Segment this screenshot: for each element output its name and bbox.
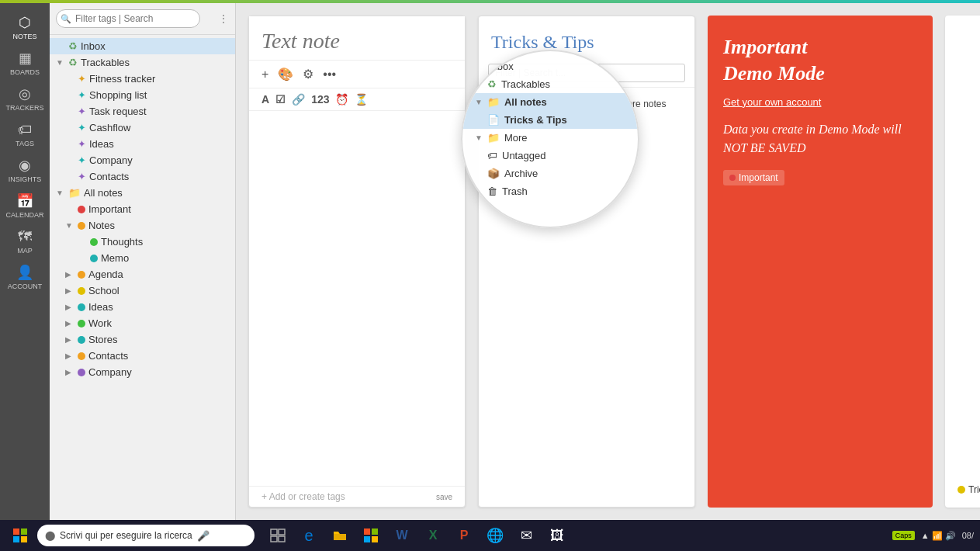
settings-button[interactable]: ⚙ — [303, 67, 313, 81]
number-button[interactable]: 123 — [311, 93, 329, 106]
tree-item-ideas-trackable[interactable]: ✦ Ideas — [50, 136, 235, 152]
tree-item-contacts[interactable]: ▶ Contacts — [50, 348, 235, 364]
sidebar-item-notes[interactable]: ⬡ NOTES — [0, 9, 50, 45]
color-button[interactable]: 🎨 — [278, 67, 293, 81]
text-format-button[interactable]: A — [261, 93, 269, 106]
photos-button[interactable]: 🖼 — [543, 522, 571, 549]
svg-rect-17 — [372, 528, 378, 535]
tree-item-cashflow[interactable]: ✦ Cashflow — [50, 120, 235, 136]
zoom-untagged-icon: 🏷 — [487, 150, 497, 161]
tree-item-company[interactable]: ▶ Company — [50, 364, 235, 380]
search-wrap — [56, 9, 215, 28]
tree-arrow-trackables: ▼ — [56, 58, 65, 67]
tree-item-school[interactable]: ▶ School — [50, 282, 235, 299]
search-circle-icon: ⬤ — [45, 530, 55, 541]
taskbar-search-bar[interactable]: ⬤ Scrivi qui per eseguire la ricerca 🎤 — [37, 525, 255, 546]
tree-item-trackables[interactable]: ▼ ♻ Trackables — [50, 54, 235, 71]
zoom-item-trackables[interactable]: ▼ ♻ Trackables — [462, 75, 638, 93]
tree-panel: ♻ Inbox ▼ ♻ Trackables ✦ Fitness tracker… — [50, 35, 235, 520]
tree-item-ideas[interactable]: ▶ Ideas — [50, 299, 235, 315]
tree-item-all-notes[interactable]: ▼ 📁 All notes — [50, 185, 235, 201]
important-card-body: Data you create in Demo Mode will NOT BE… — [723, 120, 917, 158]
more-button[interactable]: ••• — [323, 67, 336, 81]
important-card-link[interactable]: Get your own account — [723, 96, 917, 108]
files-button[interactable] — [326, 522, 354, 549]
tricks-tag-badge[interactable]: Tricks & Tips — [957, 484, 980, 495]
start-button[interactable] — [6, 522, 34, 549]
tree-item-company-trackable[interactable]: ✦ Company — [50, 152, 235, 168]
zoom-item-more[interactable]: ▼ 📁 More — [462, 129, 638, 147]
tree-item-inbox[interactable]: ♻ Inbox — [50, 38, 235, 54]
tree-item-thoughts[interactable]: Thoughts — [50, 234, 235, 250]
important-tag-badge[interactable]: Important — [723, 170, 784, 185]
fitness-tracker-icon: ✦ — [78, 73, 86, 85]
important-card-title: ImportantDemo Mode — [723, 34, 917, 87]
checkbox-button[interactable]: ☑ — [275, 93, 286, 106]
add-button[interactable]: + — [261, 67, 268, 81]
note-title-input[interactable] — [249, 16, 465, 61]
mail-button[interactable]: ✉ — [512, 522, 540, 549]
sidebar-item-boards[interactable]: ▦ BOARDS — [0, 45, 50, 81]
zoom-more-icon: 📁 — [487, 132, 500, 144]
important-dot — [78, 206, 85, 213]
store-button[interactable] — [357, 522, 385, 549]
sidebar-item-insights[interactable]: ◉ INSIGHTS — [0, 152, 50, 188]
svg-rect-13 — [279, 529, 285, 535]
sidebar-item-account[interactable]: 👤 ACCOUNT — [0, 259, 50, 295]
tree-item-memo[interactable]: Memo — [50, 250, 235, 266]
tree-item-contacts-trackable[interactable]: ✦ Contacts — [50, 168, 235, 185]
svg-rect-14 — [271, 536, 277, 542]
zoom-item-tricks[interactable]: 📄 Tricks & Tips — [462, 111, 638, 129]
taskbar-time: 08/ — [962, 531, 974, 540]
zoom-item-trash[interactable]: 🗑 Trash — [462, 182, 638, 200]
save-button[interactable]: save — [436, 493, 452, 501]
calendar-icon: 📅 — [16, 194, 33, 208]
svg-rect-19 — [372, 536, 378, 542]
zoom-allnotes-icon: 📁 — [487, 96, 500, 108]
trackables-icon: ♻ — [68, 57, 78, 68]
svg-rect-16 — [364, 528, 370, 535]
zoom-trash-icon: 🗑 — [487, 185, 497, 197]
contacts-dot — [78, 352, 85, 360]
caps-badge: Caps — [892, 531, 915, 540]
panel-options-button[interactable]: ⋮ — [218, 12, 229, 25]
sidebar-item-trackers[interactable]: ◎ TRACKERS — [0, 81, 50, 116]
filter-search-input[interactable] — [56, 9, 200, 28]
company-trackable-icon: ✦ — [78, 154, 86, 166]
word-button[interactable]: W — [388, 522, 416, 549]
taskbar-right: Caps ▲ 📶 🔊 08/ — [892, 531, 974, 541]
timer-button[interactable]: ⏰ — [335, 93, 348, 106]
edge-button[interactable]: e — [295, 522, 323, 549]
tree-item-important[interactable]: Important — [50, 201, 235, 217]
sidebar-item-map[interactable]: 🗺 MAP — [0, 224, 50, 259]
link-button[interactable]: 🔗 — [292, 93, 305, 106]
account-icon: 👤 — [16, 265, 33, 279]
zoom-item-archive[interactable]: 📦 Archive — [462, 165, 638, 182]
tree-item-notes-group[interactable]: ▼ Notes — [50, 217, 235, 234]
notes-icon: ⬡ — [19, 16, 31, 29]
ideas-dot — [78, 303, 85, 311]
excel-button[interactable]: X — [419, 522, 447, 549]
shopping-list-icon: ✦ — [78, 89, 86, 101]
tree-item-work[interactable]: ▶ Work — [50, 315, 235, 331]
hourglass-button[interactable]: ⏳ — [355, 93, 368, 106]
tree-item-fitness-tracker[interactable]: ✦ Fitness tracker — [50, 71, 235, 87]
zoom-item-untagged[interactable]: 🏷 Untagged — [462, 147, 638, 165]
chrome-button[interactable]: 🌐 — [481, 522, 509, 549]
tricks-title: Tricks & Tips — [491, 32, 682, 53]
all-notes-icon: 📁 — [68, 187, 81, 199]
tree-item-agenda[interactable]: ▶ Agenda — [50, 266, 235, 282]
tag-placeholder: + Add or create tags — [261, 491, 345, 502]
note-toolbar-2: A ☑ 🔗 123 ⏰ ⏳ — [249, 88, 465, 111]
ideas-trackable-icon: ✦ — [78, 138, 86, 150]
taskbar-search-text: Scrivi qui per eseguire la ricerca — [60, 530, 192, 541]
sidebar-item-calendar[interactable]: 📅 CALENDAR — [0, 188, 50, 224]
powerpoint-button[interactable]: P — [450, 522, 478, 549]
task-request-icon: ✦ — [78, 106, 86, 117]
tree-item-stores[interactable]: ▶ Stores — [50, 331, 235, 348]
tree-item-shopping-list[interactable]: ✦ Shopping list — [50, 87, 235, 103]
zoom-item-allnotes[interactable]: ▼ 📁 All notes — [462, 93, 638, 111]
task-view-button[interactable] — [264, 522, 292, 549]
tree-item-task-request[interactable]: ✦ Task request — [50, 103, 235, 120]
sidebar-item-tags[interactable]: 🏷 TAGS — [0, 116, 50, 152]
